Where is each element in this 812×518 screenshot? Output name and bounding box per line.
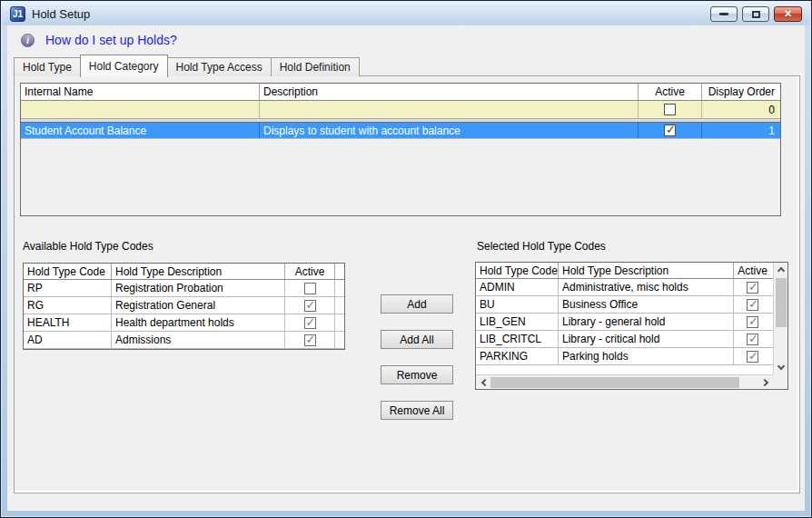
column-header-hold-type-code[interactable]: Hold Type Code xyxy=(476,263,559,278)
code-cell: AD xyxy=(24,332,112,348)
active-checkbox[interactable] xyxy=(747,299,758,311)
description-cell: Admissions xyxy=(112,332,285,348)
vertical-scrollbar[interactable] xyxy=(773,263,787,374)
j1-app-icon: J1 xyxy=(10,6,25,22)
chevron-left-icon xyxy=(480,378,488,385)
description-cell: Displays to student with account balance xyxy=(260,123,639,138)
filler-cell xyxy=(335,280,342,296)
horizontal-scroll-thumb[interactable] xyxy=(490,377,739,388)
active-checkbox[interactable] xyxy=(747,334,758,345)
column-header-active[interactable]: Active xyxy=(285,264,335,279)
selected-row-bu[interactable]: BU Business Office xyxy=(476,296,773,314)
description-cell: Parking holds xyxy=(559,348,734,364)
column-header-display-order[interactable]: Display Order xyxy=(702,84,778,100)
grid-header-row: Internal Name Description Active Display… xyxy=(21,84,780,101)
active-cell xyxy=(285,280,335,296)
available-hold-type-codes-grid: Hold Type Code Hold Type Description Act… xyxy=(23,263,345,350)
column-header-hold-type-description[interactable]: Hold Type Description xyxy=(559,263,734,278)
add-all-button[interactable]: Add All xyxy=(381,330,453,349)
column-header-active[interactable]: Active xyxy=(734,263,771,278)
available-row-rg[interactable]: RG Registration General xyxy=(24,297,344,314)
selected-codes-label: Selected Hold Type Codes xyxy=(477,240,606,253)
active-checkbox[interactable] xyxy=(304,283,316,294)
code-cell: RG xyxy=(24,297,112,314)
active-checkbox[interactable] xyxy=(747,316,758,328)
horizontal-scrollbar[interactable] xyxy=(476,374,773,389)
close-button[interactable]: ✕ xyxy=(774,6,802,22)
info-icon: i xyxy=(21,34,35,47)
column-header-active[interactable]: Active xyxy=(639,84,702,100)
minimize-button[interactable] xyxy=(710,6,738,22)
display-order-input[interactable]: 0 xyxy=(702,101,778,118)
description-input[interactable] xyxy=(260,101,639,118)
available-codes-label: Available Hold Type Codes xyxy=(23,240,153,253)
scroll-left-button[interactable] xyxy=(476,375,490,389)
column-header-hold-type-description[interactable]: Hold Type Description xyxy=(112,264,285,279)
selected-row-lib-gen[interactable]: LIB_GEN Library - general hold xyxy=(476,314,773,331)
selected-row-admin[interactable]: ADMIN Administrative, misc holds xyxy=(476,279,773,296)
chevron-right-icon xyxy=(760,378,767,385)
help-link[interactable]: How do I set up Holds? xyxy=(45,33,177,47)
titlebar[interactable]: J1 Hold Setup ✕ xyxy=(2,2,810,25)
description-cell: Registration General xyxy=(112,297,285,314)
display-order-cell: 1 xyxy=(702,123,778,138)
chevron-up-icon xyxy=(777,267,784,274)
column-header-description[interactable]: Description xyxy=(260,84,639,100)
description-cell: Library - critical hold xyxy=(559,331,734,347)
active-checkbox[interactable] xyxy=(304,334,316,346)
active-cell xyxy=(734,296,771,313)
active-checkbox[interactable] xyxy=(304,317,316,329)
maximize-button[interactable] xyxy=(742,6,769,22)
code-cell: RP xyxy=(24,280,112,296)
column-header-internal-name[interactable]: Internal Name xyxy=(21,84,260,100)
internal-name-input[interactable] xyxy=(21,101,260,118)
code-cell: LIB_GEN xyxy=(476,314,559,330)
grid-row-student-account-balance[interactable]: Student Account Balance Displays to stud… xyxy=(21,123,780,139)
active-checkbox[interactable] xyxy=(304,300,316,312)
active-cell xyxy=(285,332,335,348)
description-cell: Business Office xyxy=(559,296,734,313)
window-controls: ✕ xyxy=(710,6,802,22)
selected-row-lib-critcl[interactable]: LIB_CRITCL Library - critical hold xyxy=(476,331,773,348)
active-cell xyxy=(734,314,771,330)
available-row-ad[interactable]: AD Admissions xyxy=(24,332,344,349)
scroll-right-button[interactable] xyxy=(758,375,773,389)
tab-hold-category[interactable]: Hold Category xyxy=(80,55,168,77)
active-cell xyxy=(285,314,335,331)
new-entry-row[interactable]: 0 xyxy=(21,101,780,118)
remove-all-button[interactable]: Remove All xyxy=(381,401,453,420)
active-checkbox[interactable] xyxy=(747,282,758,294)
selected-hold-type-codes-grid: Hold Type Code Hold Type Description Act… xyxy=(475,262,788,390)
client-area: i How do I set up Holds? Hold Type Hold … xyxy=(7,25,805,511)
active-cell xyxy=(639,123,702,138)
active-checkbox[interactable] xyxy=(664,104,676,115)
selected-grid-body: Hold Type Code Hold Type Description Act… xyxy=(476,263,773,374)
active-cell xyxy=(285,297,335,314)
tab-hold-definition[interactable]: Hold Definition xyxy=(271,57,360,76)
minimize-icon xyxy=(719,13,728,15)
add-button[interactable]: Add xyxy=(381,294,453,314)
tab-hold-type-access[interactable]: Hold Type Access xyxy=(167,57,272,76)
selected-row-parking[interactable]: PARKING Parking holds xyxy=(476,348,773,365)
active-checkbox[interactable] xyxy=(747,351,758,363)
tab-hold-type[interactable]: Hold Type xyxy=(14,57,81,76)
active-checkbox[interactable] xyxy=(664,125,676,136)
available-row-health[interactable]: HEALTH Health department holds xyxy=(24,314,344,332)
code-cell: PARKING xyxy=(476,348,559,364)
scroll-down-button[interactable] xyxy=(774,361,787,374)
code-cell: LIB_CRITCL xyxy=(476,331,559,347)
hold-category-tab-panel: Internal Name Description Active Display… xyxy=(14,75,800,493)
hold-category-grid: Internal Name Description Active Display… xyxy=(20,83,781,216)
scroll-up-button[interactable] xyxy=(774,263,787,276)
column-header-hold-type-code[interactable]: Hold Type Code xyxy=(24,264,112,279)
vertical-scroll-thumb[interactable] xyxy=(776,278,787,327)
grid-header-row: Hold Type Code Hold Type Description Act… xyxy=(24,264,344,280)
help-row: i How do I set up Holds? xyxy=(21,31,177,49)
code-cell: ADMIN xyxy=(476,279,559,295)
remove-button[interactable]: Remove xyxy=(381,365,453,384)
active-cell xyxy=(734,331,771,347)
available-row-rp[interactable]: RP Registration Probation xyxy=(24,280,344,297)
hold-setup-window: J1 Hold Setup ✕ i How do I set up Holds?… xyxy=(0,0,812,518)
maximize-icon xyxy=(752,11,760,18)
chevron-down-icon xyxy=(777,363,784,370)
